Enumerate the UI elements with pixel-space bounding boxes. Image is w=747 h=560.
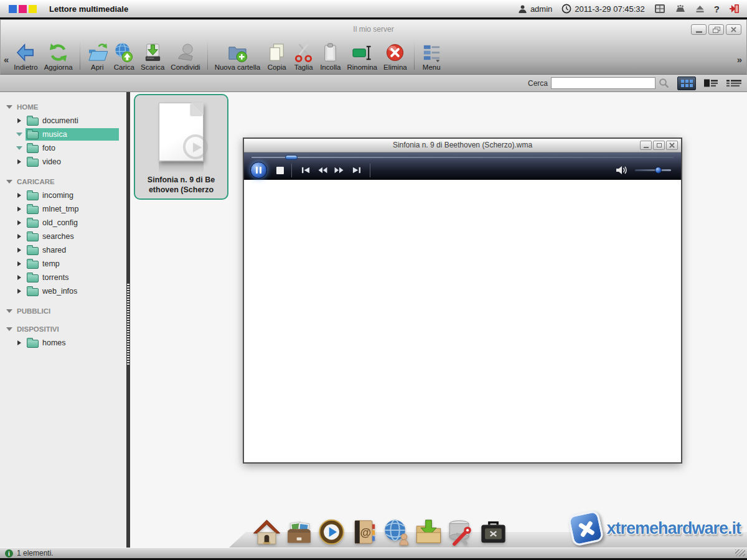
- view-list-button[interactable]: [703, 78, 718, 88]
- help-icon[interactable]: ?: [714, 4, 720, 14]
- player-close-button[interactable]: [666, 141, 678, 150]
- close-button[interactable]: [726, 24, 741, 35]
- player-titlebar[interactable]: Sinfonia n. 9 di Beethoven (Scherzo).wma: [244, 139, 681, 152]
- logout-icon[interactable]: [729, 4, 740, 14]
- toolbar-button-copia[interactable]: Copia: [263, 42, 290, 71]
- sidebar-item-temp[interactable]: temp: [16, 258, 126, 269]
- chevron-down-icon[interactable]: [6, 327, 12, 331]
- sidebar-section-dispositivi[interactable]: DISPOSITIVI: [6, 325, 126, 333]
- document-reflection: [159, 162, 204, 173]
- seek-handle[interactable]: [285, 155, 298, 160]
- player-minimize-button[interactable]: [640, 141, 652, 150]
- volume-icon[interactable]: [616, 166, 627, 175]
- sidebar-collapse-button[interactable]: «: [2, 54, 11, 65]
- toolbar-button-indietro[interactable]: Indietro: [11, 42, 40, 71]
- chevron-down-icon[interactable]: [6, 309, 12, 313]
- toolbar-button-nuova-cartella[interactable]: Nuova cartella: [212, 42, 264, 71]
- sidebar-section-home[interactable]: HOME: [6, 103, 126, 111]
- stop-button[interactable]: [276, 167, 284, 174]
- chevron-down-icon[interactable]: [6, 105, 12, 109]
- sidebar-item-foto[interactable]: foto: [16, 142, 126, 154]
- toolbar-overflow-button[interactable]: »: [735, 54, 744, 65]
- chevron-right-icon[interactable]: [17, 275, 21, 280]
- previous-button[interactable]: [299, 165, 312, 176]
- chevron-right-icon[interactable]: [17, 193, 21, 198]
- toolbar-button-elimina[interactable]: Elimina: [380, 42, 410, 71]
- view-details-button[interactable]: [726, 79, 742, 87]
- chevron-right-icon[interactable]: [17, 207, 21, 212]
- resize-grip[interactable]: [735, 549, 745, 556]
- search-icon[interactable]: [659, 78, 669, 88]
- chevron-right-icon[interactable]: [17, 261, 21, 266]
- sidebar-section-pubblici[interactable]: PUBBLICI: [6, 307, 126, 315]
- toolbar-button-aggiorna[interactable]: Aggiorna: [41, 42, 76, 71]
- restore-button[interactable]: [708, 24, 724, 35]
- next-button[interactable]: [350, 165, 362, 176]
- toolbar-separator: [414, 41, 415, 70]
- windows-icon[interactable]: [654, 4, 665, 14]
- file-browser-area[interactable]: Sinfonia n. 9 di Be ethoven (Scherzo Sin…: [130, 92, 747, 548]
- toolbar-button-menu[interactable]: Menu: [418, 42, 445, 71]
- sidebar-item-web-infos[interactable]: web_infos: [16, 285, 126, 297]
- toolbar-button-taglia[interactable]: Taglia: [290, 42, 317, 71]
- minimize-button[interactable]: [691, 24, 707, 35]
- sidebar-item-searches[interactable]: searches: [16, 230, 126, 242]
- chevron-right-icon[interactable]: [17, 159, 21, 164]
- folder-icon: [27, 206, 39, 214]
- chevron-right-icon[interactable]: [17, 289, 21, 294]
- chevron-right-icon[interactable]: [17, 234, 21, 239]
- dock-network-icon[interactable]: [382, 518, 411, 546]
- dock-photos-icon[interactable]: [284, 518, 314, 546]
- chevron-right-icon[interactable]: [17, 340, 21, 345]
- chevron-down-icon[interactable]: [6, 180, 12, 184]
- dock-media-player-icon[interactable]: [317, 518, 346, 546]
- sidebar-item-mlnet-tmp[interactable]: mlnet_tmp: [16, 203, 126, 215]
- dock-toolbox-icon[interactable]: [479, 518, 508, 546]
- user-menu[interactable]: admin: [518, 4, 552, 14]
- background-tasks-icon[interactable]: [675, 4, 686, 13]
- chevron-right-icon[interactable]: [17, 248, 21, 253]
- chevron-down-icon[interactable]: [16, 146, 22, 150]
- sidebar-item-incoming[interactable]: incoming: [16, 189, 126, 201]
- datetime: 2011-3-29 07:45:32: [575, 4, 645, 14]
- seek-bar[interactable]: [251, 157, 674, 158]
- player-maximize-button[interactable]: [653, 141, 665, 150]
- search-input[interactable]: [551, 77, 655, 89]
- window-title: Il mio server: [1, 25, 746, 34]
- dock-disk-tools-icon[interactable]: [446, 518, 476, 546]
- sidebar-item-old-config[interactable]: old_config: [16, 217, 126, 228]
- eject-icon[interactable]: [695, 5, 705, 13]
- volume-handle[interactable]: [655, 167, 662, 174]
- sidebar-section-caricare[interactable]: CARICARE: [6, 178, 126, 185]
- sidebar-item-homes[interactable]: homes: [16, 337, 126, 348]
- chevron-down-icon[interactable]: [16, 133, 22, 136]
- volume-slider[interactable]: [635, 169, 671, 171]
- sidebar-item-musica[interactable]: musica: [16, 128, 126, 140]
- maximize-icon: [657, 143, 662, 147]
- toolbar-button-carica[interactable]: Carica: [111, 42, 138, 71]
- dock-downloads-icon[interactable]: [414, 518, 443, 546]
- chevron-right-icon[interactable]: [17, 118, 21, 123]
- toolbar-button-incolla[interactable]: Incolla: [317, 42, 344, 71]
- file-item-selected[interactable]: Sinfonia n. 9 di Be ethoven (Scherzo: [134, 94, 228, 200]
- chevron-right-icon[interactable]: [17, 220, 21, 225]
- sidebar-item-documenti[interactable]: documenti: [16, 114, 126, 126]
- fast-forward-button[interactable]: [333, 165, 345, 176]
- toolbar-button-scarica[interactable]: Scarica: [138, 42, 167, 71]
- rewind-button[interactable]: [316, 165, 329, 176]
- sidebar-item-torrents[interactable]: torrents: [16, 271, 126, 283]
- play-watermark-icon: [183, 134, 208, 159]
- info-icon: i: [5, 549, 13, 558]
- sidebar-item-video[interactable]: video: [16, 156, 126, 167]
- toolbar-button-apri[interactable]: Apri: [84, 42, 111, 71]
- dock-home-icon[interactable]: [252, 518, 281, 546]
- sidebar-item-shared[interactable]: shared: [16, 244, 126, 256]
- pause-button[interactable]: [250, 162, 267, 179]
- splitter-handle-icon[interactable]: [127, 284, 129, 366]
- toolbar-button-condividi[interactable]: Condividi: [167, 42, 203, 71]
- new-folder-icon: [227, 42, 248, 63]
- toolbar-button-rinomina[interactable]: Rinomina: [344, 42, 380, 71]
- window-titlebar[interactable]: Il mio server: [1, 20, 746, 39]
- dock-contacts-icon[interactable]: @: [349, 518, 378, 546]
- view-grid-button[interactable]: [677, 77, 696, 90]
